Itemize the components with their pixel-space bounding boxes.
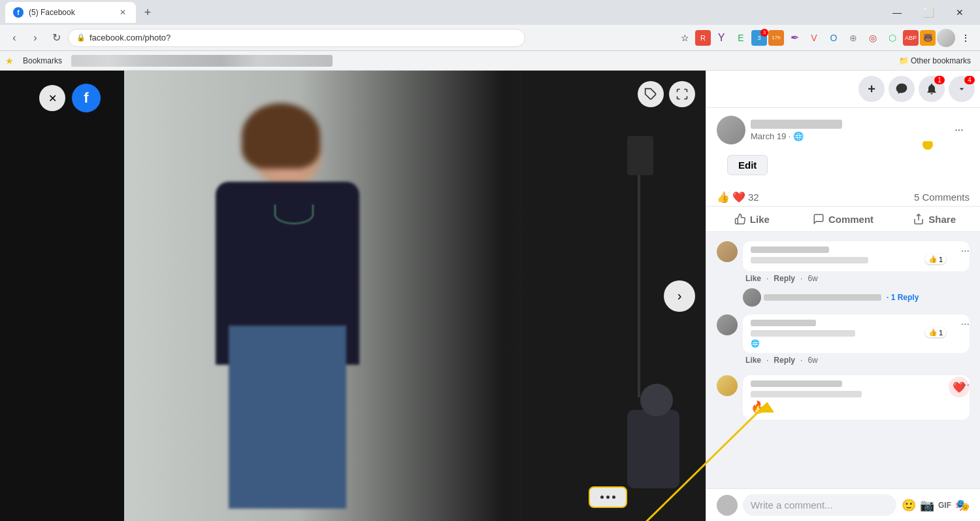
- back-button[interactable]: ‹: [5, 29, 24, 47]
- comment-3-emoji: 🔥: [751, 400, 765, 414]
- lock-icon: 🔒: [76, 33, 86, 42]
- tag-photo-button[interactable]: [638, 81, 664, 107]
- ext-icon-1[interactable]: R: [695, 30, 711, 46]
- comment-2-body: 🌐 Like · Reply · 6w: [743, 314, 970, 365]
- comment-2-like-badge: 👍1: [925, 328, 946, 337]
- reaction-icons: 👍 ❤️ 32: [717, 191, 759, 203]
- address-bar: ‹ › ↻ 🔒 facebook.com/photo? ☆ R Y E 3 3 …: [0, 25, 980, 51]
- comment-3-text-1: [751, 391, 862, 397]
- comment-2: 🌐 Like · Reply · 6w 👍1 ···: [706, 311, 980, 369]
- share-button[interactable]: Share: [889, 208, 980, 230]
- gif-icon[interactable]: GIF: [938, 501, 951, 510]
- poster-name: [751, 120, 842, 129]
- comment-1-like-badge: 👍1: [925, 254, 946, 264]
- minimize-button[interactable]: —: [882, 0, 912, 25]
- comment-1-actions: Like · Reply · 6w: [743, 274, 970, 283]
- next-photo-button[interactable]: ›: [664, 280, 695, 312]
- extensions-menu-button[interactable]: ⋮: [956, 29, 975, 47]
- tab-title: (5) Facebook: [29, 8, 112, 17]
- fb-main: ✕ f: [0, 71, 980, 521]
- ext-icon-12[interactable]: 🐻: [920, 30, 936, 46]
- bookmarks-label[interactable]: Bookmarks: [19, 55, 66, 67]
- ext-icon-5[interactable]: 17h: [768, 30, 784, 46]
- reply-preview-text: [764, 293, 881, 303]
- reply-avatar: [743, 288, 761, 307]
- browser-chrome: f (5) Facebook ✕ + — ⬜ ✕ ‹ › ↻ 🔒 faceboo…: [0, 0, 980, 71]
- right-sidebar: + 1 4 March 19 · 🌐 ···: [706, 71, 980, 521]
- comment-placeholder: Write a comment...: [751, 499, 833, 511]
- profile-icon[interactable]: [937, 29, 955, 47]
- other-bookmarks[interactable]: 📁 Other bookmarks: [895, 55, 975, 67]
- new-tab-button[interactable]: +: [139, 3, 157, 22]
- reload-button[interactable]: ↻: [47, 29, 65, 47]
- ext-icon-9[interactable]: ⊕: [844, 29, 862, 47]
- dot-3: [612, 496, 615, 499]
- forward-button[interactable]: ›: [26, 29, 44, 47]
- ext-icon-11[interactable]: ⬡: [883, 29, 902, 47]
- ext-icon-10[interactable]: ◎: [864, 29, 882, 47]
- poster-avatar: [717, 116, 745, 144]
- comments-count[interactable]: 5 Comments: [914, 192, 970, 203]
- photo-background: [124, 71, 706, 521]
- photo-more-options-button[interactable]: [589, 486, 627, 508]
- comment-2-icon: 🌐: [751, 339, 760, 348]
- comment-3-avatar: [717, 375, 738, 396]
- maximize-button[interactable]: ⬜: [913, 0, 943, 25]
- facebook-logo: f: [72, 84, 101, 112]
- edit-button[interactable]: Edit: [727, 155, 768, 175]
- bookmark-star-icon[interactable]: ☆: [676, 29, 694, 47]
- ext-icon-2[interactable]: Y: [712, 29, 730, 47]
- comment-1-like-link[interactable]: Like: [745, 274, 761, 283]
- tab-close-button[interactable]: ✕: [118, 7, 128, 18]
- ext-icon-6[interactable]: ✒: [785, 29, 804, 47]
- like-button[interactable]: Like: [706, 208, 798, 230]
- comment-3: 🔥 ❤️ ···: [706, 371, 980, 424]
- add-menu-button[interactable]: +: [858, 76, 885, 102]
- comment-1-text-1: [751, 257, 868, 263]
- photo-viewer: ✕ f: [0, 71, 706, 521]
- post-meta: March 19 · 🌐: [751, 120, 943, 141]
- notifications-badge: 1: [934, 76, 945, 84]
- close-window-button[interactable]: ✕: [945, 0, 975, 25]
- close-photo-button[interactable]: ✕: [39, 85, 65, 111]
- comment-1-time: 6w: [808, 274, 817, 283]
- comment-3-name: [751, 380, 842, 387]
- comment-2-like-link[interactable]: Like: [745, 356, 761, 365]
- ext-icon-abp[interactable]: ABP: [903, 30, 919, 46]
- comment-1-name: [751, 246, 829, 253]
- active-tab[interactable]: f (5) Facebook ✕: [5, 2, 136, 23]
- folder-icon: 📁: [899, 56, 909, 65]
- comment-2-actions: Like · Reply · 6w: [743, 356, 970, 365]
- comment-1-avatar: [717, 241, 738, 262]
- current-user-avatar: [717, 495, 738, 516]
- url-bar[interactable]: 🔒 facebook.com/photo?: [68, 29, 525, 47]
- ext-icon-3[interactable]: E: [732, 29, 750, 47]
- comment-2-more-button[interactable]: ···: [961, 318, 970, 330]
- comment-2-name: [751, 320, 816, 326]
- comment-2-reply-link[interactable]: Reply: [774, 356, 795, 365]
- account-menu-button[interactable]: 4: [949, 76, 975, 102]
- reply-count[interactable]: · 1 Reply: [887, 293, 919, 302]
- ext-icon-4[interactable]: 3 3: [751, 30, 767, 46]
- emoji-icon[interactable]: 🙂: [902, 498, 916, 513]
- photo-icon[interactable]: 📷: [920, 498, 934, 513]
- fullscreen-button[interactable]: [669, 81, 695, 107]
- comment-button[interactable]: Comment: [798, 208, 889, 230]
- view-replies-button[interactable]: · 1 Reply: [706, 287, 980, 308]
- ext-icon-8[interactable]: O: [825, 29, 843, 47]
- post-date: March 19 · 🌐: [751, 131, 943, 141]
- post-more-options-button[interactable]: ···: [949, 120, 970, 141]
- reactions-bar: 👍 ❤️ 32 5 Comments: [706, 188, 980, 207]
- comment-1-more-button[interactable]: ···: [961, 245, 970, 257]
- bookmark-items-blurred: [71, 55, 333, 67]
- messenger-button[interactable]: [889, 76, 915, 102]
- ext-icon-7[interactable]: V: [805, 29, 823, 47]
- sticker-icon[interactable]: 🎭: [955, 498, 970, 513]
- comment-input[interactable]: Write a comment...: [743, 494, 896, 516]
- comment-1-reply-link[interactable]: Reply: [774, 274, 795, 283]
- comment-3-more-button[interactable]: ···: [961, 379, 970, 391]
- comment-3-bubble: 🔥: [743, 375, 970, 420]
- reaction-count: 32: [748, 192, 759, 203]
- action-bar: Like Comment Share: [706, 207, 980, 232]
- notifications-button[interactable]: 1: [919, 76, 945, 102]
